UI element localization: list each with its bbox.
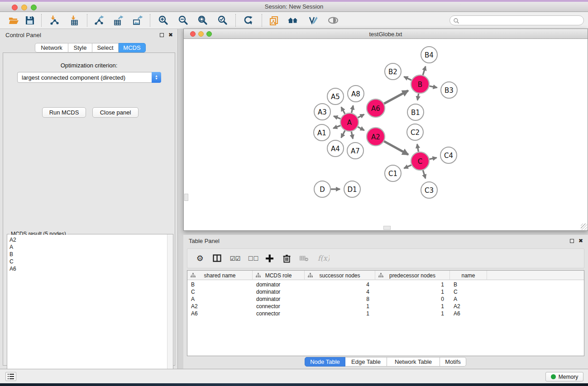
edge-A-A7[interactable] [351,132,353,139]
import-network-icon[interactable] [47,14,62,27]
node-A2[interactable]: A2 [367,128,385,146]
mcds-result-list[interactable]: A2ABCA6 [8,235,167,386]
table-cell[interactable]: A2 [187,303,253,310]
edge-B-B4[interactable] [423,67,425,75]
node-C3[interactable]: C3 [421,182,437,198]
clone-network-icon[interactable] [266,14,282,27]
tab-motifs[interactable]: Motifs [440,357,466,367]
table-cell[interactable]: 1 [375,288,450,295]
node-A4[interactable]: A4 [327,140,344,157]
edge-A-A6[interactable] [358,114,364,118]
node-B4[interactable]: B4 [421,47,437,63]
tab-network[interactable]: Network [35,43,68,52]
node-C2[interactable]: C2 [407,124,423,140]
table-cell[interactable]: 4 [305,288,375,295]
node-A[interactable]: A [340,113,359,131]
canvas-bottom-scroll-nub[interactable] [383,226,391,230]
node-D1[interactable]: D1 [344,181,360,197]
first-neighbors-icon[interactable] [285,14,301,27]
export-table-icon[interactable] [110,14,126,27]
table-cell[interactable]: 1 [375,303,450,310]
edge-A2-C[interactable] [384,141,408,154]
mcds-result-item[interactable]: A2 [10,236,167,243]
save-session-icon[interactable] [22,14,38,27]
edge-A-A5[interactable] [341,107,345,114]
edge-A6-B[interactable] [384,91,408,104]
search-input[interactable] [462,16,579,24]
table-cell[interactable]: C [450,288,487,295]
network-window-titlebar[interactable]: testGlobe.txt [184,29,588,39]
edge-A-A8[interactable] [352,105,354,113]
window-resize-grip[interactable] [581,224,587,230]
edge-A-A4[interactable] [341,131,345,138]
search-box[interactable] [449,15,584,25]
tab-mcds[interactable]: MCDS [119,43,146,52]
node-B[interactable]: B [411,75,429,93]
node-B2[interactable]: B2 [385,63,401,80]
import-table-icon[interactable] [67,14,82,27]
canvas-left-scroll-nub[interactable] [184,194,188,201]
column-header-MCDS-role[interactable]: MCDS role [253,271,305,280]
close-table-panel-icon[interactable]: ✖ [578,238,583,244]
deselect-all-icon[interactable]: ☐☐ [245,252,260,265]
show-panels-button[interactable] [5,372,16,381]
tab-edge-table[interactable]: Edge Table [345,357,387,367]
edge-A-A2[interactable] [358,127,364,130]
export-network-icon[interactable] [91,14,106,27]
table-cell[interactable]: dominator [253,295,305,303]
zoom-selected-icon[interactable] [215,14,230,27]
table-cell[interactable]: A2 [450,303,487,310]
tab-node-table[interactable]: Node Table [305,357,345,367]
function-builder-icon[interactable]: f(x) [315,252,330,265]
node-B1[interactable]: B1 [407,104,424,120]
table-cell[interactable]: dominator [253,281,305,288]
edge-A-A3[interactable] [334,116,340,119]
zoom-fit-icon[interactable] [195,14,210,27]
node-D[interactable]: D [314,181,330,197]
table-cell[interactable]: 8 [305,295,375,303]
open-session-icon[interactable] [6,14,21,27]
table-cell[interactable]: 4 [305,281,375,288]
export-image-icon[interactable] [130,14,145,27]
table-row[interactable]: Bdominator41B [187,281,584,288]
edge-B-B2[interactable] [404,76,411,80]
tab-select[interactable]: Select [92,43,119,52]
memory-button[interactable]: Memory [545,372,583,381]
edge-B-B1[interactable] [417,94,418,100]
mcds-result-item[interactable]: C [10,258,167,265]
table-cell[interactable]: dominator [253,288,305,295]
edge-B-B3[interactable] [430,86,437,87]
column-header-name[interactable]: name [450,271,487,280]
close-panel-button[interactable]: Close panel [92,107,139,118]
node-C4[interactable]: C4 [440,147,457,163]
node-C1[interactable]: C1 [385,165,401,181]
table-cell[interactable]: connector [253,303,305,310]
destroy-table-icon[interactable] [297,252,311,265]
table-cell[interactable]: 1 [305,303,375,310]
zoom-in-icon[interactable] [156,14,171,27]
run-mcds-button[interactable]: Run MCDS [42,107,86,118]
table-row[interactable]: Adominator80A [187,295,584,303]
mcds-result-item[interactable]: A [10,243,167,251]
mcds-result-item[interactable]: A6 [10,265,167,272]
criterion-dropdown[interactable]: largest connected component (directed) ▲… [17,72,161,83]
table-cell[interactable]: B [187,281,253,288]
table-cell[interactable]: 1 [375,310,450,317]
node-A8[interactable]: A8 [348,86,364,102]
table-cell[interactable]: 0 [375,295,450,303]
table-cell[interactable]: connector [253,310,305,317]
edge-C-C1[interactable] [404,165,411,168]
edge-A-A1[interactable] [333,125,340,128]
split-view-icon[interactable] [210,252,225,265]
edge-C-C3[interactable] [423,170,425,178]
add-column-icon[interactable] [263,252,277,265]
column-header-shared-name[interactable]: shared name [187,271,253,280]
table-row[interactable]: A2connector11A2 [187,303,584,310]
select-all-icon[interactable]: ☑☑ [227,252,242,265]
column-header-successor-nodes[interactable]: successor nodes [305,271,375,280]
table-cell[interactable]: A [187,295,253,303]
table-cell[interactable]: 1 [375,281,450,288]
node-A5[interactable]: A5 [327,88,344,105]
column-header-predecessor-nodes[interactable]: predecessor nodes [375,271,450,280]
table-cell[interactable]: B [450,281,487,288]
